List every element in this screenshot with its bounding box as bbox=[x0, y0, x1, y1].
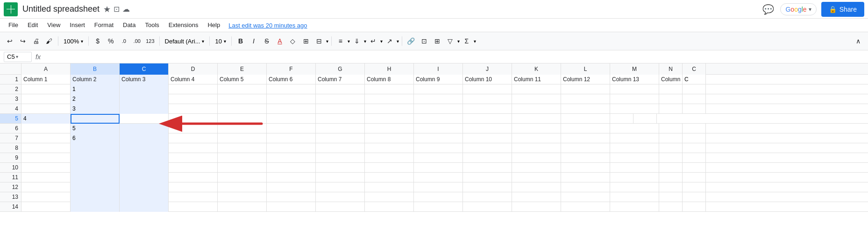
menu-format[interactable]: Format bbox=[90, 19, 118, 32]
cell-j3[interactable] bbox=[463, 94, 512, 104]
cell-e10[interactable] bbox=[218, 163, 267, 173]
cell-c4[interactable] bbox=[120, 104, 169, 114]
cell-e12[interactable] bbox=[218, 182, 267, 192]
cell-m5[interactable] bbox=[561, 114, 610, 124]
cell-d3[interactable] bbox=[169, 94, 218, 104]
cell-h12[interactable] bbox=[365, 182, 414, 192]
cell-d10[interactable] bbox=[169, 163, 218, 173]
decrease-decimal-button[interactable]: .0 bbox=[118, 35, 130, 47]
cell-k8[interactable] bbox=[512, 143, 561, 153]
cell-e8[interactable] bbox=[218, 143, 267, 153]
star-icon[interactable]: ★ bbox=[103, 4, 111, 14]
cell-g7[interactable] bbox=[316, 133, 365, 143]
cell-o13[interactable] bbox=[683, 192, 706, 202]
undo-button[interactable]: ↩ bbox=[4, 35, 16, 47]
cell-j12[interactable] bbox=[463, 182, 512, 192]
cell-d9[interactable] bbox=[169, 153, 218, 163]
cell-b4[interactable]: 3 bbox=[71, 104, 120, 114]
cell-h2[interactable] bbox=[365, 84, 414, 94]
cell-f1[interactable]: Column 6 bbox=[267, 75, 316, 84]
cell-f14[interactable] bbox=[267, 202, 316, 212]
cell-i3[interactable] bbox=[414, 94, 463, 104]
cell-o9[interactable] bbox=[683, 153, 706, 163]
cell-h9[interactable] bbox=[365, 153, 414, 163]
cell-c8[interactable] bbox=[120, 143, 169, 153]
chart-button[interactable]: ⊞ bbox=[431, 35, 443, 47]
cell-i12[interactable] bbox=[414, 182, 463, 192]
cell-m7[interactable] bbox=[610, 133, 659, 143]
cell-a4[interactable] bbox=[21, 104, 71, 114]
cell-l7[interactable] bbox=[561, 133, 610, 143]
cell-h6[interactable] bbox=[365, 124, 414, 133]
cell-d13[interactable] bbox=[169, 192, 218, 202]
cell-l12[interactable] bbox=[561, 182, 610, 192]
cell-g12[interactable] bbox=[316, 182, 365, 192]
cell-n14[interactable] bbox=[659, 202, 683, 212]
cell-l6[interactable] bbox=[561, 124, 610, 133]
cell-k2[interactable] bbox=[512, 84, 561, 94]
cell-j7[interactable] bbox=[463, 133, 512, 143]
merge-cells-button[interactable]: ⊟ bbox=[313, 35, 325, 47]
cell-h14[interactable] bbox=[365, 202, 414, 212]
cell-c7[interactable] bbox=[120, 133, 169, 143]
increase-decimal-button[interactable]: .00 bbox=[131, 35, 143, 47]
cell-l8[interactable] bbox=[561, 143, 610, 153]
col-header-g[interactable]: G bbox=[316, 63, 365, 75]
currency-button[interactable]: $ bbox=[92, 35, 104, 47]
cell-m2[interactable] bbox=[610, 84, 659, 94]
cell-k9[interactable] bbox=[512, 153, 561, 163]
cell-f10[interactable] bbox=[267, 163, 316, 173]
cell-i13[interactable] bbox=[414, 192, 463, 202]
share-button[interactable]: 🔒 Share bbox=[821, 2, 864, 17]
cell-f12[interactable] bbox=[267, 182, 316, 192]
cell-g6[interactable] bbox=[316, 124, 365, 133]
cell-m13[interactable] bbox=[610, 192, 659, 202]
col-header-m[interactable]: M bbox=[610, 63, 659, 75]
cell-a13[interactable] bbox=[21, 192, 71, 202]
col-header-b[interactable]: B bbox=[71, 63, 120, 75]
cell-l9[interactable] bbox=[561, 153, 610, 163]
cell-l2[interactable] bbox=[561, 84, 610, 94]
cell-e4[interactable] bbox=[218, 104, 267, 114]
cell-f2[interactable] bbox=[267, 84, 316, 94]
function-button[interactable]: Σ bbox=[461, 35, 473, 47]
cell-c14[interactable] bbox=[120, 202, 169, 212]
cell-f5[interactable] bbox=[218, 114, 267, 124]
cell-a10[interactable] bbox=[21, 163, 71, 173]
cell-n11[interactable] bbox=[659, 173, 683, 182]
valign-button[interactable]: ⇓ bbox=[351, 35, 363, 47]
cell-f8[interactable] bbox=[267, 143, 316, 153]
cell-c13[interactable] bbox=[120, 192, 169, 202]
cell-c10[interactable] bbox=[120, 163, 169, 173]
cell-e6[interactable] bbox=[218, 124, 267, 133]
cell-a7[interactable] bbox=[21, 133, 71, 143]
cell-j4[interactable] bbox=[463, 104, 512, 114]
cell-c1[interactable]: Column 3 bbox=[120, 75, 169, 84]
cell-d4[interactable] bbox=[169, 104, 218, 114]
cell-l13[interactable] bbox=[561, 192, 610, 202]
menu-view[interactable]: View bbox=[43, 19, 65, 32]
rotate-button[interactable]: ↗ bbox=[384, 35, 396, 47]
cell-n1[interactable]: Column 14 bbox=[659, 75, 683, 84]
cell-l3[interactable] bbox=[561, 94, 610, 104]
cell-l1[interactable]: Column 12 bbox=[561, 75, 610, 84]
col-header-l[interactable]: L bbox=[561, 63, 610, 75]
cell-a5[interactable]: 4 bbox=[21, 114, 71, 124]
collapse-toolbar-button[interactable]: ∧ bbox=[852, 35, 864, 47]
cell-c5[interactable] bbox=[71, 114, 120, 124]
cell-n12[interactable] bbox=[659, 182, 683, 192]
cell-k11[interactable] bbox=[512, 173, 561, 182]
cell-m8[interactable] bbox=[610, 143, 659, 153]
cell-e9[interactable] bbox=[218, 153, 267, 163]
save-to-drive-icon[interactable]: ⊡ bbox=[114, 5, 120, 14]
cell-m6[interactable] bbox=[610, 124, 659, 133]
cell-h13[interactable] bbox=[365, 192, 414, 202]
cell-reference-box[interactable]: C5 ▾ bbox=[4, 52, 32, 62]
cell-f6[interactable] bbox=[267, 124, 316, 133]
cell-c2[interactable] bbox=[120, 84, 169, 94]
cell-n10[interactable] bbox=[659, 163, 683, 173]
cell-o8[interactable] bbox=[683, 143, 706, 153]
col-header-d[interactable]: D bbox=[169, 63, 218, 75]
cell-f9[interactable] bbox=[267, 153, 316, 163]
col-header-h[interactable]: H bbox=[365, 63, 414, 75]
